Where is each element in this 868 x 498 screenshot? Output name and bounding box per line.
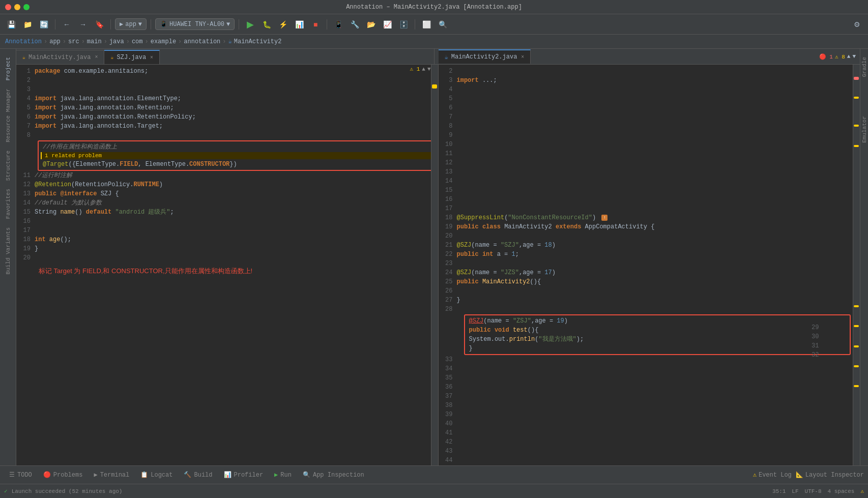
breadcrumb-annotation2[interactable]: annotation — [184, 38, 220, 45]
run-tab-icon: ▶ — [274, 471, 278, 479]
red-box-left: //作用在属性和构造函数上 1 related problem @Target(… — [38, 140, 436, 171]
code-line: 38 — [439, 401, 860, 410]
sdk-button[interactable]: 🔧 — [348, 17, 362, 32]
tab-close-ma2[interactable]: × — [521, 54, 524, 60]
minimize-button[interactable] — [14, 4, 20, 10]
red-box-right: @SZJ(name = "ZSJ",age = 19) public void … — [464, 314, 851, 355]
main-area: Project Resource Manager Structure Favor… — [0, 49, 868, 465]
code-line: 43 — [439, 447, 860, 456]
device-file-button[interactable]: 📂 — [364, 17, 378, 32]
code-line: 34 — [439, 364, 860, 373]
event-log-button[interactable]: ⚠ Event Log — [753, 471, 792, 479]
code-line: 17 — [16, 226, 438, 235]
code-line: 11 — [439, 149, 860, 158]
left-lint-down[interactable]: ▼ — [427, 66, 431, 72]
code-line: 3 — [16, 85, 438, 94]
right-code-pane[interactable]: 2 3 import ...; 4 5 6 7 8 9 10 11 — [438, 65, 860, 465]
sync-button[interactable]: 🔄 — [37, 17, 51, 32]
code-line: 21 @SZJ(name = "SZJ",age = 18) — [439, 241, 860, 250]
breadcrumb-main[interactable]: main — [87, 38, 102, 45]
tab-problems[interactable]: 🔴 Problems — [38, 468, 88, 482]
tab-run[interactable]: ▶ Run — [269, 468, 297, 482]
breadcrumb-app[interactable]: app — [49, 38, 61, 45]
left-scroll-track[interactable] — [431, 65, 438, 465]
code-line: 42 — [439, 437, 860, 447]
sidebar-item-build-variants[interactable]: Build Variants — [3, 223, 13, 278]
tab-todo[interactable]: ☰ TODO — [4, 468, 37, 482]
left-pane-tabs: ☕ MainActivity.java × ☕ SZJ.java × — [16, 49, 434, 64]
code-line: 19 } — [16, 244, 438, 253]
separator-4 — [239, 19, 239, 30]
separator-1 — [55, 19, 55, 30]
code-line: 44 — [439, 456, 860, 465]
device-dropdown[interactable]: 📱 HUAWEI TNY-AL00 ▼ — [155, 18, 235, 30]
code-line: 2 — [439, 67, 860, 76]
maximize-button[interactable] — [23, 4, 30, 10]
code-line: 17 — [439, 204, 860, 213]
sidebar-item-emulator[interactable]: Emulator — [859, 112, 869, 147]
database-button[interactable]: 🗄️ — [396, 17, 411, 32]
code-line: 1 package com.example.annitaions; — [16, 67, 438, 76]
java-icon2: ☕ — [110, 54, 113, 61]
profiler2-button[interactable]: 📈 — [380, 17, 394, 32]
code-line: 36 — [439, 383, 860, 392]
back-button[interactable]: ← — [60, 17, 74, 32]
tab-close-szj[interactable]: × — [150, 55, 153, 61]
sidebar-item-structure[interactable]: Structure — [3, 147, 13, 185]
lint-nav-up[interactable]: ▲ — [847, 53, 851, 60]
tab-ma2-label: MainActivity2.java — [451, 53, 517, 61]
warning-icon: ⚠ — [860, 488, 864, 494]
right-scroll-track[interactable] — [853, 65, 860, 465]
layout-inspector-label: Layout Inspector — [805, 472, 864, 479]
settings-button[interactable]: ⚙ — [850, 17, 864, 32]
breadcrumb-java[interactable]: java — [109, 38, 124, 45]
tab-build[interactable]: 🔨 Build — [179, 468, 217, 482]
code-line: 39 — [439, 410, 860, 419]
lint-nav-down[interactable]: ▼ — [852, 53, 856, 60]
code-line: 12 — [439, 158, 860, 167]
tab-mainactivity2-java[interactable]: ☕ MainActivity2.java × — [439, 49, 531, 64]
problems-icon: 🔴 — [43, 471, 51, 479]
sidebar-item-project[interactable]: Project — [3, 53, 13, 84]
apply-changes-button[interactable]: ⚡ — [276, 17, 290, 32]
save-button[interactable]: 💾 — [4, 17, 18, 32]
window-title: Annotation – MainActivity2.java [Annotat… — [346, 4, 522, 11]
tab-profiler[interactable]: 📊 Profiler — [219, 468, 269, 482]
tab-logcat[interactable]: 📋 Logcat — [135, 468, 178, 482]
avd-button[interactable]: 📱 — [331, 17, 345, 32]
open-button[interactable]: 📁 — [20, 17, 35, 32]
layout-button[interactable]: ⬜ — [419, 17, 433, 32]
sidebar-item-resource-manager[interactable]: Resource Manager — [3, 84, 13, 147]
breadcrumb-example[interactable]: example — [151, 38, 176, 45]
app-dropdown[interactable]: ▶ app ▼ — [115, 18, 147, 30]
layout-inspector-button[interactable]: 📐 Layout Inspector — [796, 471, 864, 479]
sidebar-item-favorites[interactable]: Favorites — [3, 185, 13, 223]
tab-mainactivity-java[interactable]: ☕ MainActivity.java × — [16, 50, 104, 64]
debug-button[interactable]: 🐛 — [259, 17, 274, 32]
breadcrumb-com[interactable]: com — [132, 38, 143, 45]
forward-button[interactable]: → — [76, 17, 90, 32]
left-lint-up[interactable]: ▲ — [422, 66, 425, 72]
tab-close-icon[interactable]: × — [95, 54, 98, 60]
close-button[interactable] — [5, 4, 11, 10]
tab-szj-label: SZJ.java — [117, 54, 147, 61]
run-icon: ▶ — [120, 20, 123, 28]
profile-button[interactable]: 📊 — [292, 17, 306, 32]
breadcrumb-src[interactable]: src — [68, 38, 79, 45]
window-controls[interactable] — [5, 4, 30, 10]
breadcrumb-annotation[interactable]: Annotation — [5, 38, 42, 45]
sidebar-item-gradle[interactable]: Gradle — [859, 53, 869, 81]
tab-label: MainActivity.java — [28, 54, 91, 61]
left-code-pane[interactable]: ⚠ 1 ▲ ▼ 1 package com.example.annitaions… — [16, 65, 438, 465]
tab-app-inspection[interactable]: 🔍 App Inspection — [298, 468, 369, 482]
status-message: Launch succeeded (52 minutes ago) — [12, 488, 123, 494]
code-line: 7 import java.lang.annotation.Target; — [16, 122, 438, 131]
left-lint-indicator: ⚠ 1 ▲ ▼ — [410, 66, 430, 72]
code-line: 10 — [439, 140, 860, 149]
stop-button[interactable]: ■ — [308, 17, 323, 32]
run-button[interactable]: ▶ — [243, 17, 257, 32]
search-button[interactable]: 🔍 — [436, 17, 450, 32]
tab-terminal[interactable]: ▶ Terminal — [89, 468, 134, 482]
bookmark-button[interactable]: 🔖 — [92, 17, 106, 32]
tab-szj-java[interactable]: ☕ SZJ.java × — [104, 50, 160, 64]
